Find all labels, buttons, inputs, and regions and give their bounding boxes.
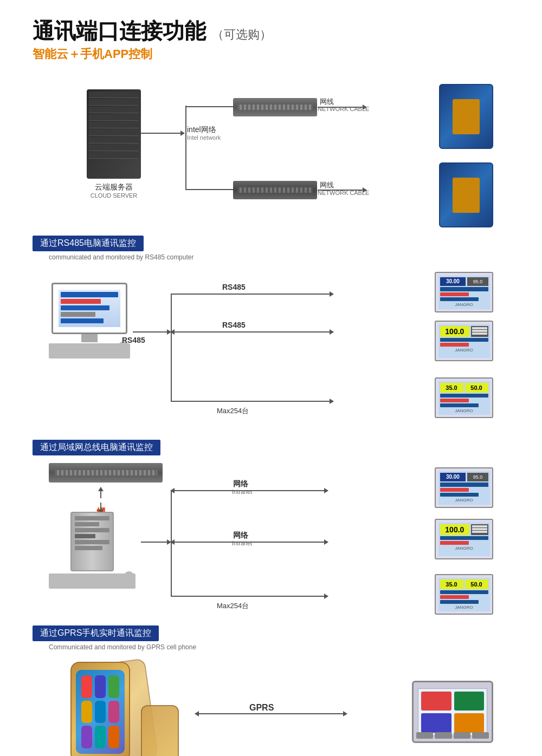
title-optional: （可选购） — [212, 28, 272, 41]
rs485-subtitle: communicated and monitored by RS485 comp… — [49, 253, 509, 261]
lan-section: 通过局域网总线电脑通讯监控 網絡 — [33, 440, 509, 620]
lan-diagram: 網絡 — [33, 458, 509, 620]
cloud-server-diagram: 云端服务器 CLOUD SERVER intel网络 Intel network — [33, 79, 509, 230]
rs485-section: 通过RS485电脑通讯监控 communicated and monitored… — [33, 236, 509, 434]
hmi-lan-3: 35.0 50.0 JANGRO — [435, 574, 493, 615]
bottom-network-cable-en: NETWORK CABLE — [318, 190, 369, 196]
gprs-section: 通过GPRS手机实时通讯监控 Communicated and monitore… — [33, 625, 509, 756]
arrow-lan-comp — [141, 542, 171, 543]
rs485-h-bottom — [171, 401, 333, 402]
hmi-gprs-large — [412, 681, 493, 743]
lan-h-bottom — [171, 596, 328, 597]
rs485-max-label: Max254台 — [217, 406, 249, 416]
lan-net-top-cn: 网络 — [233, 479, 248, 489]
server-label-en: CLOUD SERVER — [76, 192, 152, 199]
rs485-h-top — [171, 294, 333, 295]
intel-network-label-en: Intel network — [187, 134, 221, 141]
line-to-top-switch — [185, 106, 234, 107]
rs485-diagram: RS485 RS485 RS485 Max254台 — [33, 261, 509, 434]
lan-header: 通过局域网总线电脑通讯监控 — [33, 440, 160, 455]
hmi-rs485-1: 30.00 95.0 JANGRO — [435, 272, 493, 312]
hmi-lan-2: 100.0 JANGRO — [435, 519, 493, 559]
lan-network-vertical: 網絡 — [95, 487, 106, 513]
gprs-arrow — [195, 713, 347, 714]
rs485-left-label: RS485 — [122, 336, 145, 344]
cloud-server-image — [87, 89, 141, 179]
title-chinese: 通讯端口连接功能 — [33, 19, 206, 43]
lan-net-top-en: Intranet — [232, 488, 252, 495]
equipment-top — [439, 84, 493, 149]
rs485-mid-label: RS485 — [222, 321, 246, 329]
hmi-lan-1: 30.00 95.0 JANGRO — [435, 467, 493, 508]
top-network-cable-en: NETWORK CABLE — [318, 106, 369, 112]
gprs-subtitle: Communicated and monitored by GPRS cell … — [49, 643, 509, 651]
hmi-rs485-3: 35.0 50.0 JANGRO — [435, 377, 493, 418]
bottom-network-cable-cn: 网线 — [320, 180, 334, 190]
lan-max-label: Max254台 — [217, 601, 249, 611]
rs485-top-label: RS485 — [222, 283, 246, 291]
arrow-comp-to-rs485 — [133, 331, 171, 333]
gprs-label: GPRS — [249, 703, 274, 713]
rs485-header: 通过RS485电脑通讯监控 — [33, 236, 144, 251]
equipment-bottom — [439, 162, 493, 227]
split-vertical-line — [185, 106, 186, 190]
lan-net-mid-cn: 网络 — [233, 531, 248, 540]
gprs-header: 通过GPRS手机实时通讯监控 — [33, 625, 159, 641]
line-to-bottom-switch — [185, 189, 234, 190]
lan-switch-top — [49, 463, 163, 483]
arrow-server-to-intel — [141, 133, 184, 134]
computer-lan — [49, 512, 136, 589]
bottom-switch — [233, 181, 317, 199]
computer-rs485 — [49, 283, 130, 359]
lan-net-mid-en: Intranet — [232, 540, 252, 546]
phone-group — [49, 656, 179, 756]
gprs-diagram: GPRS — [33, 651, 509, 756]
top-switch — [233, 98, 317, 116]
rs485-h-mid — [171, 331, 333, 333]
intel-network-label-cn: intel网络 — [187, 125, 216, 135]
rs485-junction-v — [171, 294, 172, 402]
hmi-rs485-2: 100.0 JANGRO — [435, 321, 493, 361]
main-title: 通讯端口连接功能 （可选购） — [33, 16, 509, 46]
server-label-cn: 云端服务器 — [76, 183, 152, 192]
subtitle: 智能云＋手机APP控制 — [33, 46, 509, 62]
